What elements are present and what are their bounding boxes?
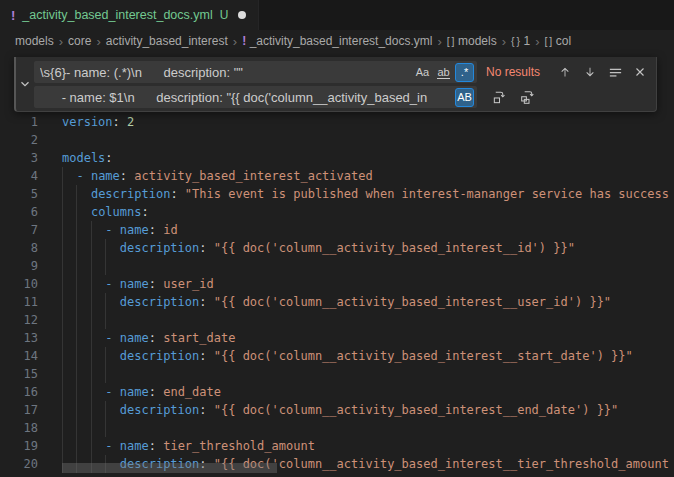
git-status-badge: U <box>220 8 229 22</box>
indent-guide <box>105 293 106 311</box>
breadcrumb-item[interactable]: !_activity_based_interest_docs.yml <box>242 34 432 48</box>
replace-icon[interactable] <box>489 87 509 107</box>
breadcrumb-separator-icon: › <box>437 34 441 49</box>
code-line-7[interactable]: 7 - name: id <box>0 221 674 239</box>
whole-word-toggle[interactable]: ab <box>434 63 453 82</box>
line-number: 16 <box>0 383 38 401</box>
breadcrumb-label: 1 <box>523 34 530 48</box>
breadcrumb-item[interactable]: [ ]col <box>545 34 572 48</box>
breadcrumb-item[interactable]: models <box>15 34 54 48</box>
indent-guide <box>62 239 63 257</box>
indent-guide <box>91 257 92 275</box>
code-line-3[interactable]: 3models: <box>0 149 674 167</box>
indent-guide <box>91 275 92 293</box>
breadcrumb-separator-icon: › <box>59 34 63 49</box>
next-match-arrow-down-icon[interactable] <box>580 62 600 82</box>
line-number: 18 <box>0 419 38 437</box>
breadcrumb-label: models <box>458 34 497 48</box>
indent-guide <box>76 329 77 347</box>
breadcrumb-separator-icon: › <box>96 34 100 49</box>
indent-guide <box>62 167 63 185</box>
horizontal-scrollbar[interactable] <box>62 463 277 473</box>
indent-guide <box>76 311 77 329</box>
vscode-window: ! _activity_based_interest_docs.yml U mo… <box>0 0 674 477</box>
code-line-8[interactable]: 8 description: "{{ doc('column__activity… <box>0 239 674 257</box>
indent-guide <box>76 221 77 239</box>
breadcrumb-separator-icon: › <box>502 34 506 49</box>
symbol-array-icon: [ ] <box>545 35 552 47</box>
indent-guide <box>91 437 92 455</box>
breadcrumb-item[interactable]: core <box>68 34 91 48</box>
indent-guide <box>91 419 92 437</box>
code-line-10[interactable]: 10 - name: user_id <box>0 275 674 293</box>
line-number: 17 <box>0 401 38 419</box>
tab-activity-based-interest-docs[interactable]: ! _activity_based_interest_docs.yml U <box>0 0 259 30</box>
indent-guide <box>91 221 92 239</box>
code-line-17[interactable]: 17 description: "{{ doc('column__activit… <box>0 401 674 419</box>
indent-guide <box>62 221 63 239</box>
yaml-warning-icon: ! <box>242 34 246 48</box>
line-number: 1 <box>0 113 38 131</box>
previous-match-arrow-up-icon[interactable] <box>555 62 575 82</box>
find-in-selection-icon[interactable] <box>605 62 625 82</box>
line-number: 12 <box>0 311 38 329</box>
code-line-15[interactable]: 15 <box>0 365 674 383</box>
indent-guide <box>76 185 77 203</box>
code-line-13[interactable]: 13 - name: start_date <box>0 329 674 347</box>
line-number: 7 <box>0 221 38 239</box>
code-line-2[interactable]: 2 <box>0 131 674 149</box>
breadcrumb-item[interactable]: [ ]models <box>447 34 497 48</box>
replace-all-icon[interactable] <box>517 87 537 107</box>
indent-guide <box>105 311 106 329</box>
code-area[interactable]: 1version: 223models:4 - name: activity_b… <box>0 113 674 473</box>
code-line-18[interactable]: 18 <box>0 419 674 437</box>
indent-guide <box>91 401 92 419</box>
breadcrumb-label: core <box>68 34 91 48</box>
breadcrumb-separator-icon: › <box>535 34 539 49</box>
indent-guide <box>91 311 92 329</box>
line-number: 6 <box>0 203 38 221</box>
match-case-toggle[interactable]: Aa <box>413 63 432 82</box>
indent-guide <box>105 347 106 365</box>
yaml-warning-icon: ! <box>11 8 15 23</box>
indent-guide <box>62 347 63 365</box>
line-number: 8 <box>0 239 38 257</box>
replace-input[interactable]: - name: $1\n description: "{{ doc('colum… <box>34 86 477 108</box>
indent-guide <box>62 293 63 311</box>
find-results-count: No results <box>486 65 554 79</box>
line-number: 10 <box>0 275 38 293</box>
breadcrumb-label: activity_based_interest <box>106 34 228 48</box>
preserve-case-toggle[interactable]: AB <box>455 88 474 107</box>
breadcrumb-item[interactable]: activity_based_interest <box>106 34 228 48</box>
editor[interactable]: 1version: 223models:4 - name: activity_b… <box>0 52 674 477</box>
indent-guide <box>91 239 92 257</box>
replace-text: - name: $1\n description: "{{ doc('colum… <box>40 90 451 105</box>
modified-dot-icon[interactable] <box>238 11 246 19</box>
regex-toggle[interactable]: .* <box>455 63 474 82</box>
code-line-14[interactable]: 14 description: "{{ doc('column__activit… <box>0 347 674 365</box>
line-number: 5 <box>0 185 38 203</box>
code-line-19[interactable]: 19 - name: tier_threshold_amount <box>0 437 674 455</box>
code-line-5[interactable]: 5 description: "This event is published … <box>0 185 674 203</box>
find-input[interactable]: \s{6}- name: (.*)\n description: "" Aa a… <box>34 61 477 83</box>
symbol-array-icon: [ ] <box>447 35 454 47</box>
indent-guide <box>76 275 77 293</box>
indent-guide <box>62 419 63 437</box>
code-line-12[interactable]: 12 <box>0 311 674 329</box>
indent-guide <box>62 437 63 455</box>
code-line-9[interactable]: 9 <box>0 257 674 275</box>
indent-guide <box>62 329 63 347</box>
indent-guide <box>105 401 106 419</box>
code-line-11[interactable]: 11 description: "{{ doc('column__activit… <box>0 293 674 311</box>
line-number: 2 <box>0 131 38 149</box>
code-line-16[interactable]: 16 - name: end_date <box>0 383 674 401</box>
code-line-1[interactable]: 1version: 2 <box>0 113 674 131</box>
indent-guide <box>76 293 77 311</box>
close-icon[interactable] <box>630 62 650 82</box>
toggle-replace-chevron-icon[interactable] <box>16 57 34 111</box>
code-line-6[interactable]: 6 columns: <box>0 203 674 221</box>
breadcrumb-item[interactable]: { }1 <box>511 34 530 48</box>
code-line-4[interactable]: 4 - name: activity_based_interest_activa… <box>0 167 674 185</box>
indent-guide <box>91 329 92 347</box>
indent-guide <box>62 203 63 221</box>
